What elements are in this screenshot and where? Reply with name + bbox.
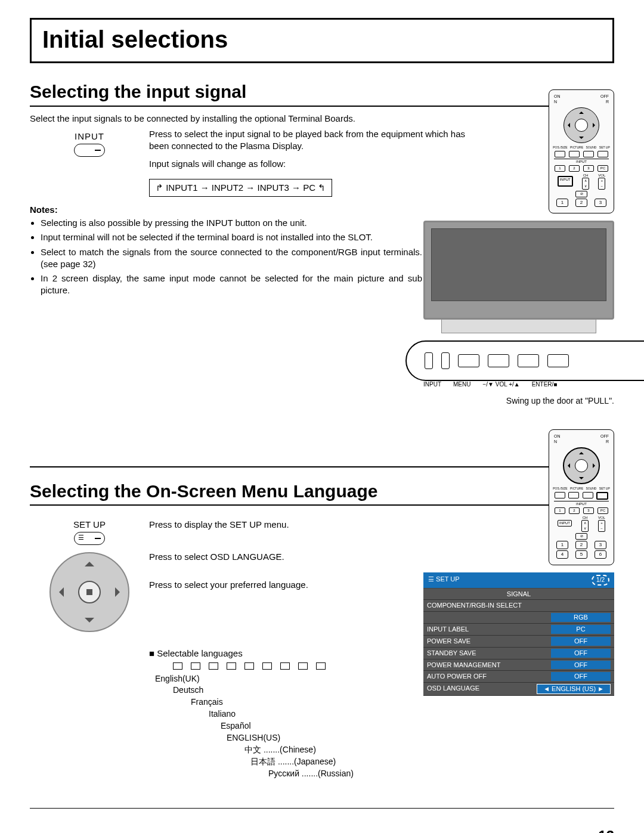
notes-heading: Notes:	[30, 204, 614, 216]
press-description: Press to select the input signal to be p…	[149, 128, 465, 153]
notes-list: Selecting is also possible by pressing t…	[30, 217, 422, 297]
step-3-text: Press to select your preferred language.	[149, 579, 308, 591]
page-title: Initial selections	[42, 23, 602, 55]
section-1-heading: Selecting the input signal	[30, 80, 614, 107]
section-divider	[30, 466, 614, 467]
tv-illustration: INPUT MENU −/▼ VOL +/▲ ENTER/■ Swing up …	[423, 221, 614, 407]
remote-control-illustration-2: ONOFF NR POS./SIZEPICTURESOUNDSET UP INP…	[549, 429, 614, 565]
page-title-box: Initial selections	[30, 18, 614, 63]
osd-menu-screenshot: ☰ SET UP 1/2 SIGNAL COMPONENT/RGB-IN SEL…	[423, 572, 614, 696]
tv-caption: Swing up the door at "PULL".	[423, 395, 614, 407]
step-2-text: Press to select OSD LANGUAGE.	[149, 551, 308, 563]
page-number: 13	[30, 826, 614, 833]
section-2-heading: Selecting the On-Screen Menu Language	[30, 479, 614, 506]
setup-button-diagram: SET UP ☰	[30, 519, 149, 545]
section-1-intro: Select the input signals to be connected…	[30, 113, 614, 125]
dpad-diagram	[49, 552, 129, 632]
remote-control-illustration-1: ONOFF NR POS./SIZEPICTURESOUNDSET UP INP…	[549, 89, 614, 213]
bottom-rule	[30, 808, 614, 809]
step-1-text: Press to display the SET UP menu.	[149, 519, 289, 531]
input-flow: ↱ INPUT1 → INPUT2 → INPUT3 → PC ↰	[149, 179, 332, 197]
change-description: Input signals will change as follow:	[149, 158, 465, 170]
input-button-diagram: INPUT	[30, 128, 149, 197]
